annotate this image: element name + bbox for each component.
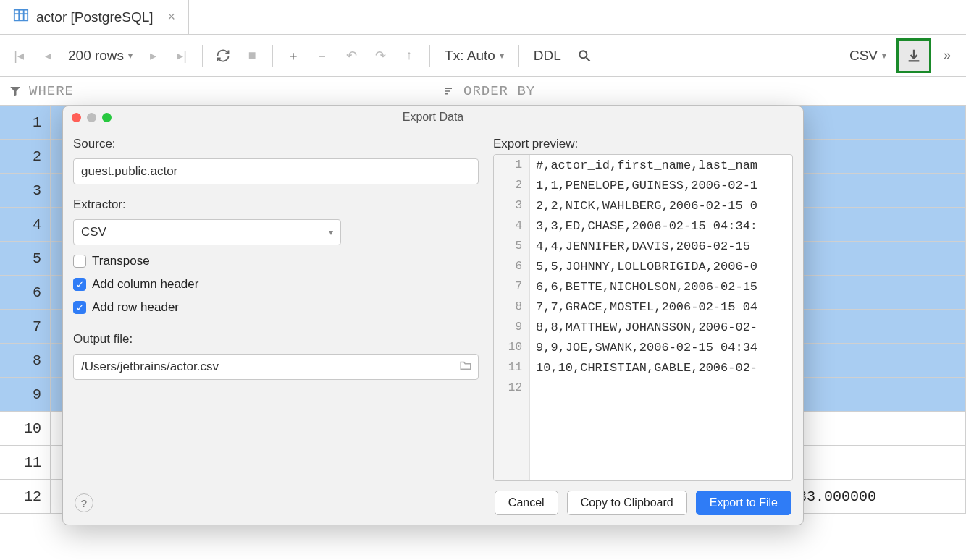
cancel-button[interactable]: Cancel <box>495 491 558 515</box>
preview-line: #,actor_id,first_name,last_nam <box>530 155 792 175</box>
add-row-icon[interactable]: ＋ <box>280 43 306 69</box>
preview-box: 123456789101112 #,actor_id,first_name,la… <box>493 154 793 481</box>
preview-line: 3,3,ED,CHASE,2006-02-15 04:34: <box>530 216 792 236</box>
preview-label: Export preview: <box>493 137 793 151</box>
preview-line: 4,4,JENNIFER,DAVIS,2006-02-15 <box>530 236 792 256</box>
row-number[interactable]: 1 <box>0 106 51 139</box>
folder-icon[interactable] <box>459 359 472 376</box>
refresh-icon[interactable] <box>210 43 236 69</box>
tx-mode-dropdown[interactable]: Tx: Auto ▾ <box>437 48 511 64</box>
last-page-icon[interactable]: ▸| <box>169 43 195 69</box>
remove-row-icon[interactable]: － <box>309 43 335 69</box>
extractor-label: Extractor: <box>73 198 479 212</box>
preview-line: 8,8,MATTHEW,JOHANSSON,2006-02- <box>530 317 792 337</box>
first-page-icon[interactable]: |◂ <box>6 43 32 69</box>
filter-bar: WHERE ORDER BY <box>0 77 966 106</box>
tab-title: actor [PostgreSQL] <box>36 9 154 25</box>
orderby-label: ORDER BY <box>463 83 535 99</box>
row-number[interactable]: 10 <box>0 412 51 445</box>
row-number[interactable]: 11 <box>0 446 51 479</box>
row-number[interactable]: 4 <box>0 208 51 241</box>
stop-icon[interactable]: ■ <box>239 43 265 69</box>
dialog-title: Export Data <box>63 111 803 124</box>
filter-icon <box>9 85 22 98</box>
source-input[interactable]: guest.public.actor <box>73 158 479 184</box>
redo-icon[interactable]: ↷ <box>367 43 393 69</box>
tx-label: Tx: Auto <box>445 48 495 64</box>
chevron-down-icon: ▾ <box>500 51 504 61</box>
row-number[interactable]: 9 <box>0 378 51 411</box>
output-file-label: Output file: <box>73 332 479 347</box>
extractor-select[interactable]: CSV ▾ <box>73 219 341 245</box>
tab-actor[interactable]: actor [PostgreSQL] × <box>0 0 189 35</box>
dialog-titlebar: Export Data <box>63 106 803 128</box>
export-dialog: Export Data Source: guest.public.actor E… <box>62 106 804 525</box>
chevron-down-icon: ▾ <box>128 51 133 61</box>
preview-gutter: 123456789101112 <box>494 155 530 480</box>
source-label: Source: <box>73 137 479 151</box>
checkbox-icon: ✓ <box>73 278 86 291</box>
csv-label: CSV <box>849 48 878 64</box>
rows-label: 200 rows <box>68 48 124 64</box>
row-number[interactable]: 6 <box>0 276 51 309</box>
svg-line-5 <box>586 57 589 61</box>
preview-line: 1,1,PENELOPE,GUINESS,2006-02-1 <box>530 175 792 195</box>
preview-line: 9,9,JOE,SWANK,2006-02-15 04:34 <box>530 337 792 357</box>
preview-line <box>530 378 792 398</box>
add-row-header-checkbox[interactable]: ✓ Add row header <box>73 300 479 315</box>
table-icon <box>13 7 29 27</box>
prev-page-icon[interactable]: ◂ <box>35 43 61 69</box>
row-number[interactable]: 3 <box>0 174 51 207</box>
search-icon[interactable] <box>571 43 597 69</box>
row-number[interactable]: 7 <box>0 310 51 343</box>
tab-bar: actor [PostgreSQL] × <box>0 0 966 35</box>
submit-icon[interactable]: ↑ <box>396 43 422 69</box>
preview-line: 6,6,BETTE,NICHOLSON,2006-02-15 <box>530 276 792 297</box>
checkbox-icon <box>73 255 86 268</box>
export-button[interactable] <box>896 38 931 73</box>
sort-icon <box>443 85 456 98</box>
checkbox-icon: ✓ <box>73 301 86 314</box>
orderby-filter[interactable]: ORDER BY <box>434 77 966 105</box>
add-column-header-checkbox[interactable]: ✓ Add column header <box>73 277 479 292</box>
row-number[interactable]: 8 <box>0 344 51 377</box>
copy-to-clipboard-button[interactable]: Copy to Clipboard <box>567 491 687 515</box>
toolbar: |◂ ◂ 200 rows ▾ ▸ ▸| ■ ＋ － ↶ ↷ ↑ Tx: Aut… <box>0 35 966 77</box>
undo-icon[interactable]: ↶ <box>338 43 364 69</box>
where-label: WHERE <box>29 83 74 99</box>
chevron-down-icon: ▾ <box>882 51 886 61</box>
help-button[interactable]: ? <box>75 493 93 512</box>
where-filter[interactable]: WHERE <box>0 77 434 105</box>
preview-lines[interactable]: #,actor_id,first_name,last_nam1,1,PENELO… <box>530 155 792 480</box>
close-icon[interactable]: × <box>168 9 176 25</box>
preview-line: 5,5,JOHNNY,LOLLOBRIGIDA,2006-0 <box>530 256 792 276</box>
transpose-checkbox[interactable]: Transpose <box>73 254 479 268</box>
export-to-file-button[interactable]: Export to File <box>696 491 791 515</box>
row-number[interactable]: 2 <box>0 140 51 173</box>
chevron-down-icon: ▾ <box>329 227 333 237</box>
preview-line: 2,2,NICK,WAHLBERG,2006-02-15 0 <box>530 195 792 216</box>
ddl-button[interactable]: DDL <box>526 48 568 64</box>
rows-dropdown[interactable]: 200 rows ▾ <box>64 48 137 64</box>
extractor-dropdown[interactable]: CSV ▾ <box>842 48 894 64</box>
preview-line: 10,10,CHRISTIAN,GABLE,2006-02- <box>530 357 792 378</box>
row-number[interactable]: 5 <box>0 242 51 275</box>
svg-point-4 <box>579 51 587 58</box>
svg-rect-0 <box>14 10 28 21</box>
next-page-icon[interactable]: ▸ <box>140 43 166 69</box>
more-icon[interactable]: » <box>934 43 960 69</box>
preview-line: 7,7,GRACE,MOSTEL,2006-02-15 04 <box>530 297 792 317</box>
output-file-input[interactable]: /Users/jetbrains/actor.csv <box>73 354 479 380</box>
row-number[interactable]: 12 <box>0 480 51 513</box>
